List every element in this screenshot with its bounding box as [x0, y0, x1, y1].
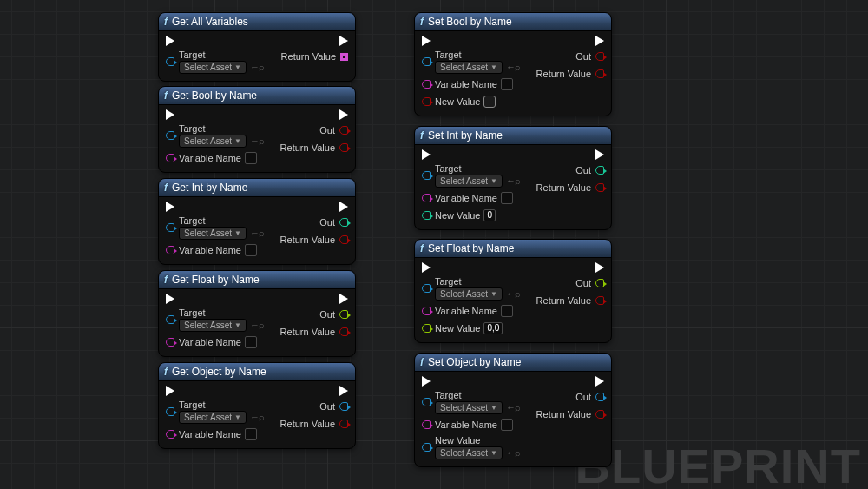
pin-icon[interactable] — [595, 296, 604, 305]
pin-icon[interactable] — [339, 218, 348, 227]
pin-icon[interactable] — [339, 310, 348, 319]
pin-icon[interactable] — [595, 410, 604, 419]
input-variable-name[interactable] — [245, 336, 257, 348]
pin-icon[interactable] — [166, 131, 174, 140]
asset-selector[interactable]: Select Asset▼ — [179, 411, 247, 424]
pin-icon[interactable] — [166, 338, 174, 347]
node-header[interactable]: fSet Bool by Name — [415, 13, 611, 31]
exec-in-pin[interactable] — [166, 109, 174, 120]
node-header[interactable]: fGet Object by Name — [159, 363, 355, 381]
pin-icon[interactable] — [339, 402, 348, 411]
input-variable-name[interactable] — [501, 305, 513, 317]
input-variable-name[interactable] — [501, 192, 513, 204]
exec-in-pin[interactable] — [422, 149, 431, 160]
node-get_int[interactable]: fGet Int by NameTargetSelect Asset▼← ⌕Va… — [158, 178, 356, 265]
pin-icon[interactable] — [339, 420, 348, 428]
pin-icon[interactable] — [422, 211, 431, 220]
pin-icon[interactable] — [422, 171, 431, 180]
pin-icon[interactable] — [422, 194, 431, 202]
pin-icon[interactable] — [422, 97, 431, 106]
pin-icon[interactable] — [422, 398, 431, 406]
pin-icon[interactable] — [166, 407, 174, 416]
browse-icon[interactable]: ← ⌕ — [506, 447, 519, 458]
browse-icon[interactable]: ← ⌕ — [506, 175, 519, 186]
pin-icon[interactable] — [422, 443, 431, 452]
pin-icon[interactable] — [340, 53, 348, 61]
asset-selector[interactable]: Select Asset▼ — [179, 319, 247, 332]
pin-icon[interactable] — [422, 57, 431, 66]
pin-icon[interactable] — [422, 284, 431, 293]
pin-icon[interactable] — [166, 57, 174, 66]
exec-out-pin[interactable] — [339, 202, 348, 212]
exec-out-pin[interactable] — [595, 262, 604, 273]
asset-selector[interactable]: Select Asset▼ — [179, 135, 247, 148]
pin-icon[interactable] — [166, 246, 174, 254]
input-variable-name[interactable] — [245, 428, 257, 440]
exec-out-pin[interactable] — [339, 36, 348, 46]
node-set_bool[interactable]: fSet Bool by NameTargetSelect Asset▼← ⌕V… — [414, 12, 612, 116]
node-get_bool[interactable]: fGet Bool by NameTargetSelect Asset▼← ⌕V… — [158, 86, 356, 173]
pin-icon[interactable] — [166, 315, 174, 324]
exec-in-pin[interactable] — [422, 376, 431, 387]
pin-icon[interactable] — [422, 80, 431, 89]
asset-selector[interactable]: Select Asset▼ — [179, 61, 247, 74]
exec-out-pin[interactable] — [595, 149, 604, 160]
pin-icon[interactable] — [339, 126, 348, 135]
exec-in-pin[interactable] — [422, 36, 431, 46]
node-header[interactable]: fGet Int by Name — [159, 179, 355, 197]
pin-icon[interactable] — [339, 235, 348, 244]
input-variable-name[interactable] — [501, 78, 513, 90]
input-variable-name[interactable] — [245, 152, 257, 164]
node-header[interactable]: fSet Int by Name — [415, 127, 611, 145]
node-get_all[interactable]: fGet All VariablesTargetSelect Asset▼← ⌕… — [158, 12, 356, 82]
node-header[interactable]: fSet Float by Name — [415, 240, 611, 258]
exec-out-pin[interactable] — [595, 376, 604, 387]
exec-out-pin[interactable] — [595, 36, 604, 46]
node-get_object[interactable]: fGet Object by NameTargetSelect Asset▼← … — [158, 362, 356, 449]
input-variable-name[interactable] — [501, 419, 513, 431]
asset-selector[interactable]: Select Asset▼ — [435, 287, 503, 301]
pin-icon[interactable] — [339, 327, 348, 336]
pin-icon[interactable] — [166, 154, 174, 162]
asset-selector[interactable]: Select Asset▼ — [435, 175, 503, 188]
exec-in-pin[interactable] — [422, 262, 431, 273]
pin-icon[interactable] — [595, 183, 604, 192]
asset-selector[interactable]: Select Asset▼ — [435, 61, 503, 74]
input-new-value-int[interactable]: 0 — [483, 209, 496, 221]
exec-out-pin[interactable] — [339, 386, 348, 396]
exec-in-pin[interactable] — [166, 294, 174, 304]
exec-in-pin[interactable] — [166, 36, 174, 46]
exec-out-pin[interactable] — [339, 109, 348, 120]
exec-in-pin[interactable] — [166, 202, 174, 212]
pin-icon[interactable] — [166, 223, 174, 232]
node-header[interactable]: fGet Bool by Name — [159, 87, 355, 105]
asset-selector[interactable]: Select Asset▼ — [435, 446, 503, 459]
node-get_float[interactable]: fGet Float by NameTargetSelect Asset▼← ⌕… — [158, 270, 356, 357]
node-header[interactable]: fGet All Variables — [159, 13, 355, 31]
pin-icon[interactable] — [422, 307, 431, 315]
exec-in-pin[interactable] — [166, 386, 174, 396]
node-header[interactable]: fSet Object by Name — [415, 354, 611, 372]
input-variable-name[interactable] — [245, 244, 257, 256]
browse-icon[interactable]: ← ⌕ — [506, 62, 519, 72]
node-set_object[interactable]: fSet Object by NameTargetSelect Asset▼← … — [414, 353, 612, 467]
browse-icon[interactable]: ← ⌕ — [250, 228, 263, 238]
pin-icon[interactable] — [422, 420, 431, 429]
input-new-value-bool[interactable] — [483, 96, 496, 108]
pin-icon[interactable] — [595, 52, 604, 61]
browse-icon[interactable]: ← ⌕ — [506, 288, 519, 299]
pin-icon[interactable] — [595, 393, 604, 401]
pin-icon[interactable] — [166, 430, 174, 439]
browse-icon[interactable]: ← ⌕ — [250, 412, 263, 422]
exec-out-pin[interactable] — [339, 294, 348, 304]
browse-icon[interactable]: ← ⌕ — [250, 320, 263, 330]
input-new-value-float[interactable]: 0,0 — [483, 322, 503, 334]
asset-selector[interactable]: Select Asset▼ — [435, 401, 503, 414]
node-header[interactable]: fGet Float by Name — [159, 271, 355, 289]
asset-selector[interactable]: Select Asset▼ — [179, 227, 247, 240]
pin-icon[interactable] — [339, 143, 348, 152]
browse-icon[interactable]: ← ⌕ — [506, 402, 519, 413]
browse-icon[interactable]: ← ⌕ — [250, 62, 263, 72]
pin-icon[interactable] — [595, 166, 604, 175]
browse-icon[interactable]: ← ⌕ — [250, 135, 263, 146]
